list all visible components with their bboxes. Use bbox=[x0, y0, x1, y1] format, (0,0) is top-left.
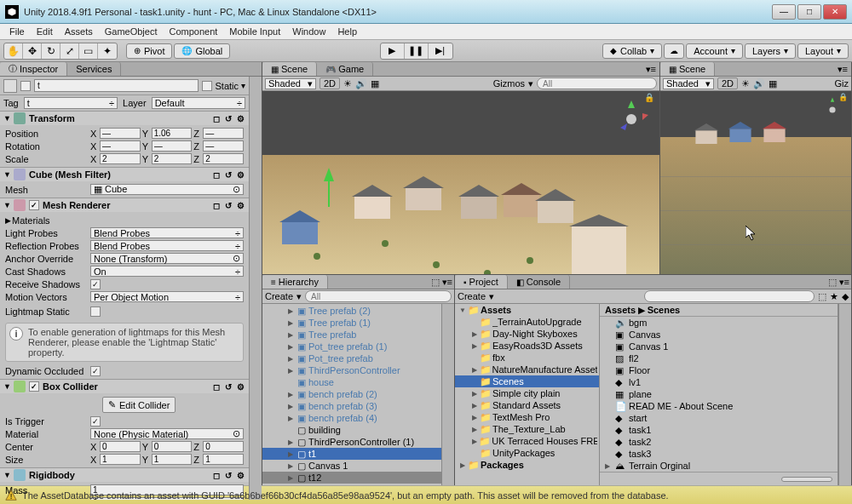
tab-services[interactable]: Services bbox=[67, 62, 121, 76]
cloud-button[interactable]: ☁ bbox=[664, 43, 684, 59]
tab-scene[interactable]: ▦ Scene bbox=[262, 62, 317, 76]
hierarchy-create[interactable]: Create bbox=[265, 291, 293, 301]
hierarchy-item[interactable]: ▶▣Tree prefab (2) bbox=[262, 305, 441, 317]
menu-file[interactable]: File bbox=[3, 25, 31, 38]
help-icon[interactable]: ◻ bbox=[211, 113, 222, 123]
hierarchy-item[interactable]: ▶▣Tree prefab (1) bbox=[262, 317, 441, 329]
rotation-x[interactable] bbox=[100, 140, 141, 152]
audio-icon[interactable]: 🔊 bbox=[355, 78, 367, 89]
folder-item[interactable]: ▶📁UK Terraced Houses FREE bbox=[455, 435, 599, 447]
object-name-input[interactable] bbox=[34, 79, 199, 92]
file-item[interactable]: ▶⛰Terrain Orginal bbox=[600, 460, 838, 472]
close-button[interactable]: ✕ bbox=[823, 4, 847, 20]
menu-edit[interactable]: Edit bbox=[31, 25, 59, 38]
size-z[interactable] bbox=[203, 454, 244, 465]
move-tool[interactable]: ✥ bbox=[23, 43, 42, 59]
hierarchy-item[interactable]: ▶▢t1 bbox=[262, 448, 441, 460]
layout-dropdown[interactable]: Layout ▾ bbox=[797, 43, 849, 59]
materials-label[interactable]: Materials bbox=[12, 215, 97, 226]
center-z[interactable] bbox=[203, 441, 244, 452]
account-dropdown[interactable]: Account ▾ bbox=[686, 43, 743, 59]
rotate-tool[interactable]: ↻ bbox=[42, 43, 60, 59]
box-collider-enabled[interactable]: ✓ bbox=[29, 381, 39, 392]
folder-item[interactable]: ▶📁Simple city plain bbox=[455, 387, 599, 399]
folder-item[interactable]: ▶📁NatureManufacture Assets bbox=[455, 364, 599, 375]
rotation-z[interactable] bbox=[203, 140, 244, 152]
scale-tool[interactable]: ⤢ bbox=[60, 43, 79, 59]
tab-inspector[interactable]: ⓘ Inspector bbox=[0, 62, 67, 76]
scale-y[interactable] bbox=[152, 153, 193, 164]
gizmos-dropdown[interactable]: Gizmos bbox=[493, 78, 525, 89]
file-item[interactable]: ◆task2 bbox=[600, 436, 838, 448]
layer-dropdown[interactable]: Default÷ bbox=[152, 97, 245, 109]
position-z[interactable] bbox=[203, 128, 244, 139]
tab-scene-2[interactable]: ▦ Scene bbox=[660, 62, 715, 76]
size-y[interactable] bbox=[152, 454, 193, 465]
rect-tool[interactable]: ▭ bbox=[79, 43, 98, 59]
position-y[interactable] bbox=[152, 128, 193, 139]
scene-viewport[interactable]: 🔒 bbox=[262, 91, 659, 274]
size-x[interactable] bbox=[100, 454, 141, 465]
menu-help[interactable]: Help bbox=[331, 25, 363, 38]
light-icon[interactable]: ☀ bbox=[343, 78, 352, 89]
hierarchy-item[interactable]: ▶▢Canvas 1 bbox=[262, 460, 441, 472]
file-item[interactable]: 📄READ ME - About Scene bbox=[600, 400, 838, 412]
hierarchy-tree[interactable]: ▶▣Tree prefab (2)▶▣Tree prefab (1)▶▣Tree… bbox=[262, 304, 441, 485]
hierarchy-item[interactable]: ▶▢t12 bbox=[262, 472, 441, 484]
box-collider-header[interactable]: ▼ ✓ Box Collider ◻↺⚙ bbox=[0, 380, 249, 393]
file-item[interactable]: ▣Floor bbox=[600, 364, 838, 376]
folder-item[interactable]: ▶📁Day-Night Skyboxes bbox=[455, 328, 599, 340]
file-item[interactable]: ◆lv1 bbox=[600, 376, 838, 388]
gear-icon[interactable]: ⚙ bbox=[235, 113, 245, 123]
rotation-y[interactable] bbox=[152, 140, 193, 152]
mesh-renderer-enabled[interactable]: ✓ bbox=[29, 200, 39, 210]
rigidbody-header[interactable]: ▼ Rigidbody ◻↺⚙ bbox=[0, 468, 249, 482]
tag-dropdown[interactable]: t÷ bbox=[24, 97, 118, 109]
pivot-toggle[interactable]: ⊕ Pivot bbox=[126, 43, 172, 59]
receive-shadows-checkbox[interactable]: ✓ bbox=[90, 279, 101, 289]
folder-item[interactable]: ▶📁The_Texture_Lab bbox=[455, 423, 599, 435]
tab-menu-2[interactable]: ▾≡ bbox=[834, 62, 851, 76]
pause-button[interactable]: ❚❚ bbox=[405, 43, 429, 59]
tab-game[interactable]: 🎮 Game bbox=[317, 62, 373, 76]
project-scrollbar[interactable] bbox=[838, 304, 851, 485]
file-item[interactable]: ▨fl2 bbox=[600, 352, 838, 364]
hierarchy-scrollbar[interactable] bbox=[441, 304, 454, 485]
hierarchy-item[interactable]: ▶▣ThirdPersonController bbox=[262, 364, 441, 376]
hierarchy-item[interactable]: ▶▣Tree prefab bbox=[262, 329, 441, 341]
menu-window[interactable]: Window bbox=[286, 25, 331, 38]
file-item[interactable]: ◆task3 bbox=[600, 448, 838, 460]
space-toggle[interactable]: 🌐 Global bbox=[174, 43, 230, 59]
mesh-filter-header[interactable]: ▼ Cube (Mesh Filter) ◻↺⚙ bbox=[0, 168, 249, 181]
draw-mode-dropdown[interactable]: Shaded▾ bbox=[265, 78, 316, 89]
cast-shadows-dropdown[interactable]: On÷ bbox=[90, 266, 244, 277]
layers-dropdown[interactable]: Layers ▾ bbox=[745, 43, 796, 59]
hidden-icon[interactable]: ◆ bbox=[842, 291, 849, 302]
project-create[interactable]: Create bbox=[458, 291, 486, 301]
file-item[interactable]: ◆task1 bbox=[600, 424, 838, 436]
scene-viewport-2[interactable]: 🔒 bbox=[660, 91, 851, 274]
menu-assets[interactable]: Assets bbox=[59, 25, 99, 38]
favorites-icon[interactable]: ⬚ bbox=[818, 291, 826, 302]
physic-material-field[interactable]: None (Physic Material)⊙ bbox=[90, 428, 244, 439]
reflection-probes-dropdown[interactable]: Blend Probes÷ bbox=[90, 240, 244, 251]
dynamic-occluded-checkbox[interactable]: ✓ bbox=[90, 366, 101, 376]
folder-item[interactable]: ▶📁Packages bbox=[455, 459, 599, 471]
2d-toggle-2[interactable]: 2D bbox=[717, 77, 738, 89]
folder-item[interactable]: ▶📁TextMesh Pro bbox=[455, 411, 599, 423]
is-trigger-checkbox[interactable]: ✓ bbox=[90, 416, 101, 427]
file-item[interactable]: ▣Canvas 1 bbox=[600, 341, 838, 352]
hierarchy-item[interactable]: ▶▣bench prefab (2) bbox=[262, 388, 441, 400]
play-button[interactable]: ▶ bbox=[381, 43, 405, 59]
hierarchy-item[interactable]: ▶▣Pot_tree prefab bbox=[262, 352, 441, 364]
hierarchy-item[interactable]: ▣house bbox=[262, 376, 441, 388]
project-folders[interactable]: ▼📁Assets📁_TerrainAutoUpgrade▶📁Day-Night … bbox=[455, 304, 600, 485]
project-search[interactable] bbox=[644, 290, 815, 302]
folder-item[interactable]: 📁_TerrainAutoUpgrade bbox=[455, 316, 599, 328]
folder-item[interactable]: 📁fbx bbox=[455, 352, 599, 364]
static-checkbox[interactable] bbox=[202, 81, 212, 91]
step-button[interactable]: ▶| bbox=[429, 43, 452, 59]
light-probes-dropdown[interactable]: Blend Probes÷ bbox=[90, 227, 244, 238]
tab-hierarchy[interactable]: ≡ Hierarchy bbox=[262, 275, 328, 289]
breadcrumb[interactable]: Assets ▶ Scenes bbox=[600, 304, 838, 317]
